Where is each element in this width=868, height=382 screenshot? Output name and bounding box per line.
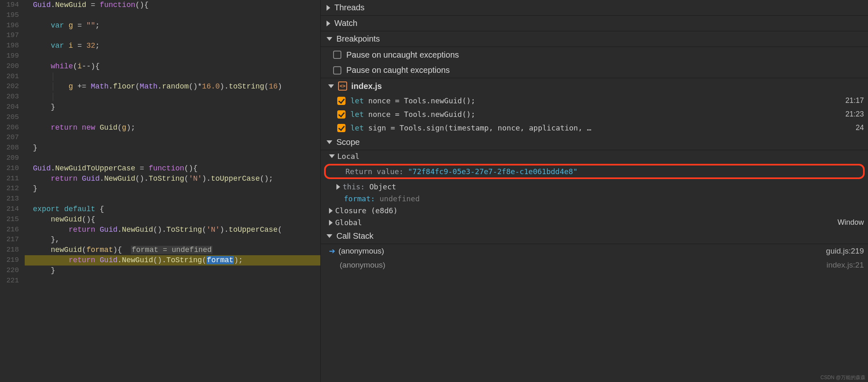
breakpoint-item[interactable]: let nonce = Tools.newGuid();21:17 (321, 94, 868, 107)
code-line[interactable]: } (25, 143, 320, 153)
scope-format[interactable]: format: undefined (321, 193, 868, 205)
chevron-right-icon (329, 220, 333, 226)
chevron-down-icon (328, 84, 334, 88)
section-threads[interactable]: Threads (321, 0, 868, 16)
frame-location: guid.js:219 (826, 247, 864, 256)
breakpoint-item[interactable]: let sign = Tools.sign(timestamp, nonce, … (321, 121, 868, 135)
code-line[interactable] (25, 194, 320, 204)
breakpoint-code: let nonce = Tools.newGuid(); (350, 96, 475, 105)
scope-local[interactable]: Local (321, 150, 868, 162)
line-number: 213 (0, 194, 19, 204)
line-number: 207 (0, 133, 19, 143)
code-line[interactable]: return Guid.NewGuid().ToString('N').toUp… (25, 174, 320, 184)
code-line[interactable]: │ g += Math.floor(Math.random()*16.0).to… (25, 82, 320, 92)
code-line[interactable]: while(i--){ (25, 61, 320, 72)
code-line[interactable]: Guid.NewGuid = function(){ (25, 0, 320, 10)
code-area[interactable]: Guid.NewGuid = function(){ var g = ""; v… (25, 0, 320, 382)
line-number: 210 (0, 163, 19, 174)
chevron-right-icon (336, 184, 340, 190)
callstack-frame[interactable]: (anonymous)index.js:21 (321, 258, 868, 272)
code-line[interactable]: } (25, 184, 320, 194)
current-frame-icon: ➔ (329, 247, 335, 256)
checkbox-icon[interactable] (337, 110, 345, 119)
code-line[interactable] (25, 30, 320, 41)
code-line[interactable]: } (25, 102, 320, 112)
code-line[interactable]: Guid.NewGuidToUpperCase = function(){ (25, 163, 320, 174)
code-line[interactable]: newGuid(format){ format = undefined (25, 245, 320, 255)
bp-option-uncaught[interactable]: Pause on uncaught exceptions (321, 47, 868, 63)
section-callstack[interactable]: Call Stack (321, 228, 868, 244)
frame-label: (anonymous) (340, 261, 385, 270)
chevron-right-icon (327, 21, 330, 26)
code-line[interactable]: var i = 32; (25, 41, 320, 51)
scope-global-value: Window (838, 218, 864, 227)
line-number: 212 (0, 184, 19, 194)
chevron-down-icon (327, 37, 332, 41)
code-line[interactable]: │ (25, 92, 320, 102)
callstack-list: ➔(anonymous)guid.js:219(anonymous)index.… (321, 244, 868, 272)
section-scope[interactable]: Scope (321, 135, 868, 150)
line-number: 200 (0, 61, 19, 72)
scope-closure[interactable]: Closure (e8d6) (321, 205, 868, 217)
code-line[interactable] (25, 51, 320, 61)
code-line[interactable] (25, 112, 320, 123)
checkbox-icon[interactable] (337, 124, 345, 132)
chevron-right-icon (329, 208, 333, 214)
scope-key: this: (343, 182, 365, 191)
code-line[interactable]: │ (25, 72, 320, 82)
line-number: 209 (0, 153, 19, 163)
code-line[interactable]: return Guid.NewGuid().ToString(format); (25, 255, 320, 266)
line-number: 220 (0, 266, 19, 276)
section-label: Watch (334, 19, 357, 28)
scope-this[interactable]: this: Object (321, 181, 868, 193)
code-editor[interactable]: 1941951961971981992002012022032042052062… (0, 0, 320, 382)
frame-label: (anonymous) (338, 247, 384, 256)
breakpoint-location: 24 (856, 123, 864, 132)
section-watch[interactable]: Watch (321, 16, 868, 31)
line-number: 211 (0, 174, 19, 184)
watermark: CSDN @万能的森森 (820, 374, 866, 381)
checkbox-icon[interactable] (333, 51, 341, 59)
line-number: 217 (0, 235, 19, 245)
code-line[interactable]: export default { (25, 204, 320, 214)
bp-option-label: Pause on caught exceptions (346, 65, 450, 75)
code-line[interactable]: newGuid(){ (25, 214, 320, 225)
line-number: 216 (0, 225, 19, 235)
line-number: 218 (0, 245, 19, 255)
chevron-right-icon (327, 5, 330, 11)
section-label: Call Stack (336, 231, 373, 241)
line-number: 201 (0, 72, 19, 82)
line-number: 219 (0, 255, 19, 266)
breakpoint-location: 21:23 (845, 110, 864, 119)
code-line[interactable] (25, 153, 320, 163)
code-line[interactable] (25, 133, 320, 143)
checkbox-icon[interactable] (337, 97, 345, 105)
js-file-icon: <> (338, 82, 347, 91)
scope-value: Object (369, 182, 396, 191)
code-line[interactable] (25, 10, 320, 21)
breakpoint-item[interactable]: let nonce = Tools.newGuid();21:23 (321, 107, 868, 121)
scope-return-value[interactable]: Return value: "72f84fc9-05e3-27e7-2f8e-c… (326, 165, 863, 177)
code-line[interactable] (25, 276, 320, 286)
section-label: Threads (334, 3, 364, 12)
scope-label: Global (335, 218, 362, 227)
checkbox-icon[interactable] (333, 66, 341, 75)
bp-file-row[interactable]: <> index.js (321, 78, 868, 94)
breakpoint-location: 21:17 (845, 96, 864, 105)
scope-global[interactable]: Global Window (321, 217, 868, 228)
code-line[interactable]: return new Guid(g); (25, 123, 320, 133)
highlight-annotation: Return value: "72f84fc9-05e3-27e7-2f8e-c… (324, 164, 865, 179)
code-line[interactable]: } (25, 266, 320, 276)
scope-key: Return value: (345, 167, 404, 176)
code-line[interactable]: return Guid.NewGuid().ToString('N').toUp… (25, 225, 320, 235)
callstack-frame[interactable]: ➔(anonymous)guid.js:219 (321, 244, 868, 258)
breakpoint-list: let nonce = Tools.newGuid();21:17let non… (321, 94, 868, 135)
section-breakpoints[interactable]: Breakpoints (321, 31, 868, 47)
code-line[interactable]: }, (25, 235, 320, 245)
line-number: 206 (0, 123, 19, 133)
line-number: 204 (0, 102, 19, 112)
line-number: 197 (0, 30, 19, 41)
bp-option-caught[interactable]: Pause on caught exceptions (321, 63, 868, 78)
scope-value: undefined (380, 194, 420, 203)
code-line[interactable]: var g = ""; (25, 21, 320, 31)
